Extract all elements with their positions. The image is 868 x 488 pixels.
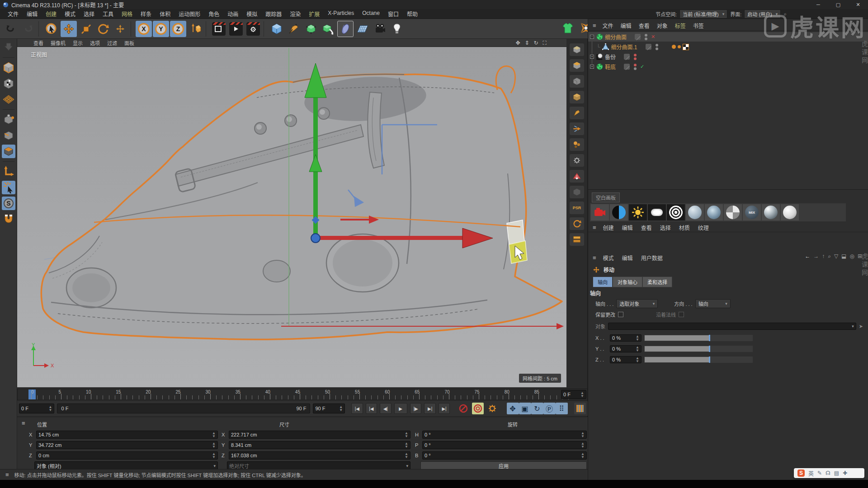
keep-changes-checkbox[interactable] <box>618 312 623 317</box>
live-select-tool[interactable] <box>43 21 60 37</box>
menu-item[interactable]: 角色 <box>204 10 223 18</box>
attribute-menu-item[interactable]: 编辑 <box>618 254 637 262</box>
layer-toggle[interactable] <box>646 44 651 50</box>
viewport-menu-item[interactable]: 选项 <box>86 39 104 47</box>
menu-item[interactable]: 帮助 <box>403 10 422 18</box>
tab-axis[interactable]: 轴向 <box>593 277 613 287</box>
light-button[interactable] <box>389 21 405 37</box>
rotate-tool[interactable] <box>95 21 111 37</box>
expand-icon[interactable]: + <box>590 65 594 69</box>
toggle-view-icon[interactable]: ⛶ <box>543 40 547 46</box>
arrows-icon[interactable] <box>570 122 584 135</box>
om-menu-item[interactable]: 标签 <box>671 22 689 29</box>
menu-item[interactable]: Octane <box>358 10 384 18</box>
pos-z-field[interactable]: 0 cm▲▼ <box>36 451 218 460</box>
key-rotation-button[interactable]: ↻ <box>531 403 543 414</box>
previous-frame-button[interactable]: ◀| <box>380 403 391 414</box>
minimize-button[interactable]: ─ <box>808 0 828 9</box>
om-menu-item[interactable]: 书签 <box>689 22 708 29</box>
ime-bar[interactable]: S 英 ✎ ☊ ▤ ✚ <box>794 468 864 478</box>
viewport-canvas[interactable]: 正视图 网格间距 : 5 cm Y X <box>17 47 566 387</box>
key-scale-button[interactable]: ▣ <box>519 403 531 414</box>
menu-item[interactable]: 工具 <box>99 10 118 18</box>
visibility-dots[interactable] <box>634 64 637 70</box>
y-value-field[interactable]: 0 %▲▼ <box>610 345 642 352</box>
workplane-mode-button[interactable] <box>2 93 15 106</box>
target-icon[interactable]: ◎ <box>849 253 854 259</box>
menu-item[interactable]: 体积 <box>156 10 175 18</box>
y-axis-lock[interactable]: Y <box>153 21 169 37</box>
make-editable-button[interactable] <box>2 41 15 54</box>
texture-mode-button[interactable] <box>2 77 15 90</box>
frame-range-slider[interactable]: 0 F 90 F <box>57 404 310 413</box>
material-menu-item[interactable]: 编辑 <box>618 224 637 231</box>
viewport-menu-item[interactable]: 面板 <box>121 39 138 47</box>
filter-icon[interactable]: ▽ <box>834 253 838 259</box>
layout-select[interactable]: 启动 (用户)▾ <box>744 9 781 19</box>
go-to-end-button[interactable]: ▶| <box>439 403 450 414</box>
viewport-menu-item[interactable]: 过滤 <box>104 39 121 47</box>
smoothing-tag-icon[interactable] <box>678 45 681 48</box>
layer-toggle[interactable] <box>624 64 630 70</box>
menu-item[interactable]: 窗口 <box>384 10 403 18</box>
key-parameter-button[interactable]: Ⓟ <box>543 403 556 414</box>
enabled-toggle[interactable]: ✕ <box>651 34 655 40</box>
om-menu-item[interactable]: 编辑 <box>617 22 635 29</box>
cube-icon-3[interactable] <box>570 75 584 88</box>
menu-item[interactable]: 跟踪器 <box>261 10 286 18</box>
menu-item[interactable]: 网格 <box>118 10 137 18</box>
x-slider[interactable] <box>644 335 753 341</box>
up-icon[interactable]: ↑ <box>822 253 825 259</box>
x-value-field[interactable]: 0 %▲▼ <box>610 334 642 342</box>
pos-x-field[interactable]: 14.75 cm▲▼ <box>36 431 218 439</box>
om-menu-item[interactable]: 文件 <box>599 22 617 29</box>
key-position-button[interactable]: ✥ <box>507 403 519 414</box>
character-icon[interactable] <box>560 20 576 36</box>
rot-b-field[interactable]: 0 °▲▼ <box>422 451 587 460</box>
layer-toggle[interactable] <box>635 34 641 40</box>
axis-select[interactable]: 选取对象▾ <box>616 299 658 308</box>
om-menu-item[interactable]: 查看 <box>635 22 653 29</box>
blue-sphere-material[interactable] <box>705 204 723 221</box>
menu-item[interactable]: 模式 <box>61 10 80 18</box>
matte-sphere-material[interactable] <box>686 204 704 221</box>
rotate-view-icon[interactable]: ↻ <box>534 40 538 46</box>
expand-icon[interactable]: + <box>590 55 594 59</box>
object-row-subdivision-child[interactable]: └ 细分曲面.1 <box>588 42 868 52</box>
generator-button[interactable] <box>320 21 336 37</box>
keyframe-settings-button[interactable] <box>486 403 498 414</box>
auto-select-button[interactable] <box>2 181 15 194</box>
mograph-icon[interactable] <box>570 138 584 151</box>
z-axis-lock[interactable]: Z <box>170 21 186 37</box>
direction-select[interactable]: 轴向▾ <box>695 299 731 308</box>
attribute-menu-icon[interactable]: ≡ <box>591 254 598 261</box>
menu-item[interactable]: 创建 <box>42 10 61 18</box>
status-menu-icon[interactable]: ≡ <box>4 471 11 478</box>
z-slider[interactable] <box>644 357 753 363</box>
coordinate-system-toggle[interactable] <box>187 21 203 37</box>
shoe-model[interactable] <box>41 66 562 339</box>
lock-icon[interactable]: ⬓ <box>841 253 846 259</box>
attribute-menu-item[interactable]: 模式 <box>599 254 618 262</box>
refresh-icon[interactable] <box>570 217 584 230</box>
pen-icon[interactable] <box>570 107 584 119</box>
om-menu-item[interactable]: 对象 <box>653 22 671 29</box>
next-frame-button[interactable]: |▶ <box>410 403 421 414</box>
back-icon[interactable]: ← <box>805 253 810 259</box>
node-space-select[interactable]: 当前 (标准/物理)▾ <box>679 9 727 19</box>
menu-item[interactable]: 编辑 <box>23 10 42 18</box>
area-light-material[interactable] <box>648 204 666 221</box>
checker-sphere-material[interactable] <box>724 204 742 221</box>
ime-mic-icon[interactable]: ☊ <box>826 470 830 476</box>
material-menu-item[interactable]: 查看 <box>637 224 656 231</box>
size-y-field[interactable]: 8.341 cm▲▼ <box>229 441 410 449</box>
snap-button[interactable]: S <box>2 197 15 210</box>
dolly-icon[interactable]: ⇕ <box>524 40 529 46</box>
psr-icon[interactable]: PSR <box>570 202 584 214</box>
undo-button[interactable] <box>3 21 19 37</box>
render-settings-button[interactable] <box>245 21 261 37</box>
previous-key-button[interactable]: |◀ <box>366 403 377 414</box>
menu-item[interactable]: 样条 <box>137 10 156 18</box>
mix-sphere-material[interactable]: MIX <box>743 204 761 221</box>
menu-item[interactable]: X-Particles <box>324 10 358 18</box>
